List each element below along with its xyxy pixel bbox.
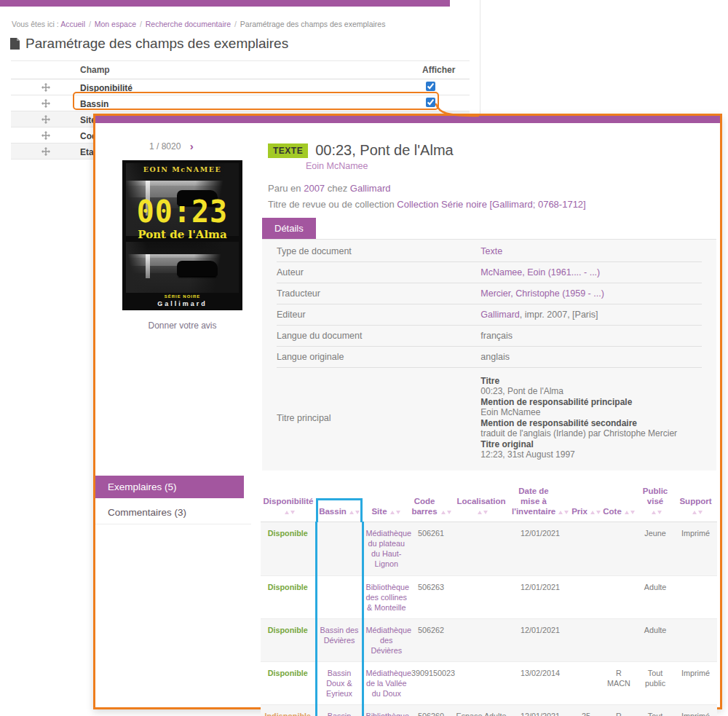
breadcrumb-separator: / <box>232 20 239 28</box>
collection-link[interactable]: Collection Série noire [Gallimard; 0768-… <box>397 199 585 210</box>
cell-support: Imprimé <box>674 661 717 704</box>
top-purple-bar <box>0 0 450 7</box>
site-link[interactable]: Bibliothèque des collines & Monteille <box>366 583 409 612</box>
cell-date: 12/01/2021 <box>510 575 571 618</box>
move-icon[interactable] <box>11 147 80 156</box>
review-link[interactable]: Donner votre avis <box>122 320 242 331</box>
move-icon[interactable] <box>11 115 80 124</box>
sort-icon <box>590 511 601 514</box>
sort-icon <box>652 511 662 514</box>
cover-author: EOIN McNAMEE <box>122 165 242 173</box>
detail-value-link[interactable]: McNamee, Eoin (1961.... - ...) <box>480 267 600 278</box>
cell-dispo: Disponible <box>261 575 316 618</box>
move-icon[interactable] <box>11 83 80 92</box>
col-label: Code barres <box>411 497 438 517</box>
col-label: Support <box>679 497 711 505</box>
detail-value-link[interactable]: Mercier, Christophe (1959 - ...) <box>480 288 604 299</box>
sort-icon <box>285 511 295 514</box>
collection-line: Titre de revue ou de collection Collecti… <box>268 199 716 210</box>
main-title-heading: Titre <box>480 376 702 386</box>
cell-support <box>674 575 717 618</box>
col-header-prix[interactable]: Prix <box>571 485 601 522</box>
bassin-link[interactable]: Bassin des Dévières <box>320 626 359 645</box>
breadcrumb-link[interactable]: Accueil <box>60 20 85 28</box>
move-icon[interactable] <box>11 131 80 140</box>
fields-header-row: Champ Afficher <box>11 61 470 79</box>
sort-icon <box>349 511 360 514</box>
cell-public: Adulte <box>636 575 674 618</box>
detail-label: Titre principal <box>277 413 480 423</box>
record-author-link[interactable]: Eoin McNamee <box>306 161 368 171</box>
detail-value-link[interactable]: Texte <box>480 246 502 256</box>
col-header-support[interactable]: Support <box>674 485 717 522</box>
main-title-text: 12:23, 31st August 1997 <box>480 449 702 460</box>
detail-value: Texte <box>480 246 702 256</box>
sort-icon <box>558 511 569 514</box>
cell-site: Médiathèque du plateau du Haut-Lignon <box>363 522 409 575</box>
bassin-link[interactable]: Bassin Doux & Eyrieux <box>326 669 352 698</box>
detail-row: AuteurMcNamee, Eoin (1961.... - ...) <box>277 262 702 283</box>
copy-row: DisponibleMédiathèque du plateau du Haut… <box>261 522 717 575</box>
col-label: Site <box>371 507 387 516</box>
cell-date: 12/01/2021 <box>510 704 571 716</box>
detail-label: Langue originale <box>277 352 480 362</box>
site-link[interactable]: Médiathèque du plateau du Haut-Lignon <box>366 529 411 568</box>
col-header-cote[interactable]: Cote <box>601 485 636 522</box>
col-header-bassin[interactable]: Bassin <box>316 485 363 522</box>
afficher-checkbox[interactable] <box>426 98 435 107</box>
cover-title: Pont de l'Alma <box>122 228 242 241</box>
breadcrumb-link[interactable]: Recherche documentaire <box>146 20 231 28</box>
site-link[interactable]: Médiathèque des Dévières <box>366 626 411 655</box>
detail-label: Traducteur <box>277 288 480 299</box>
cell-prix: 25 <box>571 704 601 716</box>
col-header-public[interactable]: Public visé <box>636 485 674 522</box>
cover-clock-text: 00:23 <box>122 195 242 227</box>
detail-row: Langue du documentfrançais <box>277 326 702 347</box>
availability-status: Disponible <box>263 528 313 538</box>
afficher-checkbox[interactable] <box>426 82 435 91</box>
site-link[interactable]: Médiathèque de la Vallée du Doux <box>366 669 411 698</box>
availability-status: Disponible <box>263 668 313 678</box>
tab-commentaires[interactable]: Commentaires (3) <box>95 501 244 524</box>
site-link[interactable]: Bibliothèque du bassin de l'Eyrieux <box>366 712 409 716</box>
col-header-code[interactable]: Code barres <box>409 485 453 522</box>
col-header-dispo[interactable]: Disponibilité <box>261 485 316 522</box>
detail-value-link[interactable]: Gallimard <box>480 310 520 320</box>
tab-exemplaires[interactable]: Exemplaires (5) <box>95 476 244 498</box>
cell-cote <box>601 618 636 661</box>
col-label: Prix <box>571 507 587 516</box>
cell-code: 506261 <box>409 522 453 575</box>
copy-row: IndisponibleEn quarantaine.Bassin Doux &… <box>261 704 717 716</box>
publication-year-link[interactable]: 2007 <box>304 183 325 194</box>
col-label: Public visé <box>641 487 670 507</box>
cell-prix <box>571 575 601 618</box>
cell-support <box>674 618 717 661</box>
field-label: Disponibilité <box>80 83 132 93</box>
breadcrumb-links: Accueil / Mon espace / Recherche documen… <box>60 20 240 28</box>
col-header-loc[interactable]: Localisation <box>453 485 510 522</box>
field-label: Bassin <box>80 99 108 109</box>
cell-date: 13/02/2014 <box>510 661 571 704</box>
next-result-icon[interactable]: › <box>190 140 194 152</box>
availability-status: Disponible <box>263 625 313 635</box>
cell-date: 12/01/2021 <box>510 522 571 575</box>
main-title-heading: Titre original <box>480 439 702 449</box>
cell-prix <box>571 618 601 661</box>
bassin-link[interactable]: Bassin Doux & Eyrieux <box>326 712 352 716</box>
col-label: Disponibilité <box>264 497 314 505</box>
cell-loc: Espace Adulte <box>453 704 510 716</box>
publisher-link[interactable]: Gallimard <box>350 183 391 194</box>
sort-icon <box>625 511 635 514</box>
move-icon[interactable] <box>11 99 80 108</box>
col-label: Cote <box>603 507 622 516</box>
publication-line: Paru en 2007 chez Gallimard <box>268 183 716 194</box>
col-header-date[interactable]: Date de mise à l'inventaire <box>510 485 571 522</box>
cover-photo-bottom <box>126 242 239 293</box>
cell-bassin <box>316 522 363 575</box>
breadcrumb-link[interactable]: Mon espace <box>95 20 136 28</box>
pager-position: 1 / 8020 <box>149 141 181 152</box>
details-rows: Type de documentTexteAuteurMcNamee, Eoin… <box>277 241 702 368</box>
sort-icon <box>441 511 451 514</box>
tab-details[interactable]: Détails <box>262 218 316 239</box>
col-header-site[interactable]: Site <box>363 485 409 522</box>
